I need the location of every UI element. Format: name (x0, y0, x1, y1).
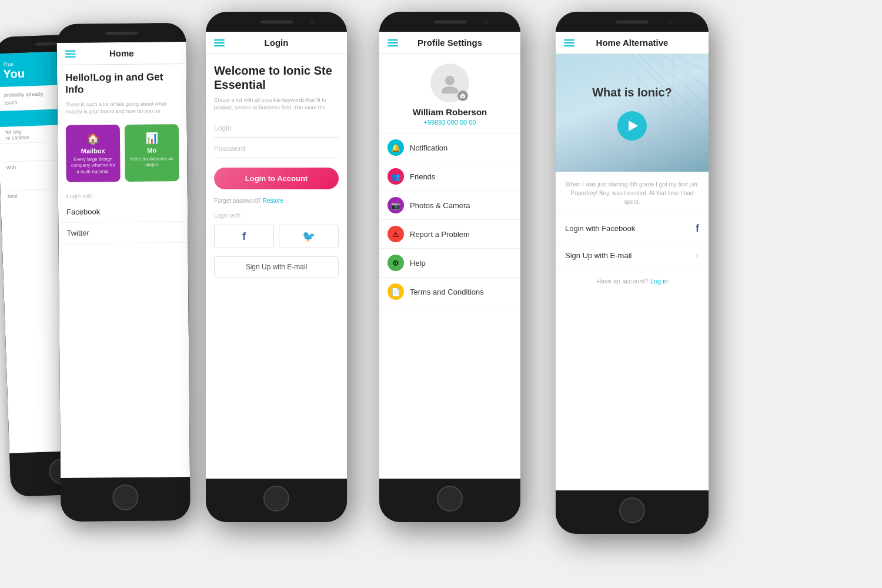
chevron-right-icon: › (696, 249, 699, 262)
phone2-bottom (61, 477, 191, 522)
phone4-header: Profile Settings (379, 32, 520, 54)
profile-name: William Roberson (413, 107, 487, 117)
svg-marker-4 (462, 93, 464, 95)
camera-badge (457, 91, 468, 101)
help-icon: ⚙ (387, 255, 404, 271)
mo-card[interactable]: 📊 Mo Keep tra expense an simple. (125, 124, 179, 182)
phone3-top (206, 12, 347, 32)
phone4-top (379, 12, 520, 32)
report-problem-item[interactable]: ⚠ Report a Problem (379, 220, 520, 249)
twitter-row[interactable]: Twitter (58, 222, 188, 244)
menu-icon4[interactable] (387, 39, 398, 46)
phone3-wrapper: Login Welcome to Ionic Ste Essential Cre… (206, 12, 347, 522)
home-welcome: Hello!Log in and Get Info There is such … (57, 64, 187, 121)
camera3 (310, 19, 315, 24)
phone4-title: Profile Settings (417, 38, 482, 48)
twitter-icon-btn[interactable]: 🐦 (279, 225, 339, 248)
home-btn4[interactable] (437, 486, 463, 512)
avatar-icon (439, 72, 460, 93)
forget-pwd: Forget password? Restore (206, 194, 347, 208)
hero-section: What is Ionic? (556, 54, 709, 172)
terms-item[interactable]: 📄 Terms and Conditions (379, 278, 520, 306)
menu-icon2[interactable] (65, 50, 76, 57)
phone5: Home Alternative (556, 12, 709, 534)
svg-rect-14 (662, 54, 662, 172)
login-field[interactable]: Login (214, 119, 339, 138)
phone3-bottom (206, 479, 347, 522)
phone2-wrapper: Home Hello!Log in and Get Info There is … (56, 23, 190, 522)
menu-icon5[interactable] (564, 39, 574, 46)
phone5-bottom (556, 490, 709, 534)
signup-email-item[interactable]: Sign Up with E-mail › (556, 242, 709, 269)
camera4 (483, 19, 488, 24)
hero-title: What is Ionic? (592, 86, 672, 99)
svg-point-0 (445, 76, 455, 85)
login-heading: Welcome to Ionic Ste Essential (214, 64, 339, 92)
home-btn3[interactable] (263, 486, 289, 512)
home-body: There is such a lot of talk going about … (65, 100, 178, 116)
help-item[interactable]: ⚙ Help (379, 249, 520, 278)
phones-showcase: That You probably already touch. Free fo… (0, 0, 882, 588)
home-btn2[interactable] (112, 485, 138, 510)
phone3: Login Welcome to Ionic Ste Essential Cre… (206, 12, 347, 522)
friends-icon: 👥 (387, 168, 404, 185)
play-triangle (629, 121, 638, 131)
profile-phone: +99893 000 00 00 (423, 119, 476, 126)
friends-item[interactable]: 👥 Friends (379, 162, 520, 191)
svg-rect-16 (685, 54, 686, 172)
phone5-wrapper: Home Alternative (556, 12, 709, 534)
phone4-wrapper: Profile Settings William Roberson (379, 12, 520, 522)
speaker4 (434, 21, 466, 24)
phone5-screen: Home Alternative (556, 32, 709, 490)
login-with-label3: Login with (206, 208, 347, 221)
svg-rect-15 (673, 54, 674, 172)
notification-icon: 🔔 (387, 139, 404, 156)
speaker5 (616, 21, 649, 24)
menu-icon3[interactable] (214, 39, 225, 46)
home-btn5[interactable] (619, 497, 645, 523)
phone4-screen: Profile Settings William Roberson (379, 32, 520, 479)
login-desc: Create a list with all possible keywords… (214, 96, 339, 111)
avatar (430, 64, 469, 102)
phone4: Profile Settings William Roberson (379, 12, 520, 522)
phone4-bottom (379, 479, 520, 522)
phone5-header: Home Alternative (556, 32, 709, 54)
phone3-header: Login (206, 32, 347, 54)
signup-email-btn3[interactable]: Sign Up with E-mail (214, 256, 339, 278)
profile-section: William Roberson +99893 000 00 00 (379, 54, 520, 133)
mailbox-card[interactable]: 🏠 Mailbox Every large design company whe… (66, 125, 121, 182)
play-button[interactable] (617, 111, 647, 141)
login-facebook-item[interactable]: Login with Facebook f (556, 215, 709, 242)
login-with-label2: Login with (58, 186, 188, 202)
home-cards: 🏠 Mailbox Every large design company whe… (58, 119, 188, 187)
svg-point-1 (442, 86, 458, 93)
svg-line-8 (673, 54, 709, 72)
svg-line-6 (650, 54, 709, 107)
phone2: Home Hello!Log in and Get Info There is … (56, 23, 190, 522)
log-in-link[interactable]: Log in (650, 278, 668, 285)
login-account-btn[interactable]: Login to Account (214, 168, 339, 189)
notification-item[interactable]: 🔔 Notification (379, 133, 520, 162)
phone2-title: Home (109, 48, 134, 58)
alt-description: When I was just starting 6th grade I got… (556, 172, 709, 215)
svg-rect-17 (697, 54, 697, 172)
phone3-title: Login (265, 38, 289, 48)
photos-icon: 📷 (387, 197, 404, 213)
speaker1 (35, 42, 58, 45)
report-icon: ⚠ (387, 226, 404, 242)
camera5 (669, 19, 673, 24)
phone2-header: Home (57, 42, 186, 65)
svg-point-3 (462, 96, 464, 98)
facebook-row[interactable]: Facebook (58, 201, 188, 223)
facebook-icon-btn[interactable]: f (214, 225, 274, 248)
phone5-title: Home Alternative (596, 38, 669, 48)
have-account-text: Have an account? Log in (556, 269, 709, 293)
phone2-screen: Home Hello!Log in and Get Info There is … (57, 42, 190, 478)
facebook-icon-alt: f (696, 222, 699, 235)
photos-camera-item[interactable]: 📷 Photos & Camera (379, 191, 520, 220)
speaker2 (105, 31, 138, 34)
password-field[interactable]: Password (214, 140, 339, 158)
social-icons-row: f 🐦 (206, 221, 347, 252)
phone2-top (56, 23, 186, 43)
phone3-screen: Login Welcome to Ionic Ste Essential Cre… (206, 32, 347, 479)
